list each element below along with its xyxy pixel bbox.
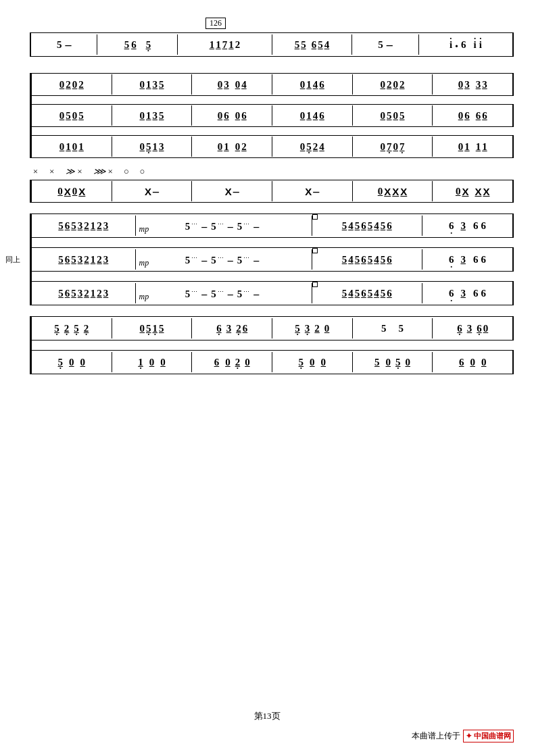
n: 0	[310, 357, 315, 368]
n: 5	[381, 220, 386, 232]
n: 3	[460, 220, 466, 232]
n: 3	[476, 79, 481, 91]
n: 5	[355, 220, 360, 232]
note: 5	[57, 39, 62, 51]
m-5-2-3: 6 0 2 0	[192, 352, 272, 372]
n: 0	[140, 79, 145, 91]
m-2-3-4: 0 5 2 4	[272, 136, 353, 157]
section-5: 5 2 5 2 0 5 1 5 6 3	[20, 316, 514, 374]
m-2-1-2: 0 1 3 5	[112, 74, 193, 95]
m-4-1-2: mp 5 ⋯ – 5 ⋯ – 5 ⋯ –	[136, 216, 312, 236]
n: 5	[355, 288, 360, 299]
n: 5	[399, 110, 405, 122]
percussion-hints: × × ≫× ⋙× ○ ○	[30, 166, 514, 177]
m-5-1-4: 5 3 2 0	[272, 318, 353, 338]
n: 6	[224, 110, 229, 122]
n: 3	[78, 220, 83, 232]
note: ·	[455, 39, 458, 54]
n: 5	[342, 220, 347, 232]
n: 5	[211, 288, 216, 300]
m-2-3-6: 0 1 1 1	[433, 136, 512, 157]
m-2-3-3: 0 1 0 2	[192, 136, 272, 157]
m-3-1-4: X –	[272, 181, 353, 201]
dash: –	[228, 255, 233, 267]
n: 0	[458, 110, 464, 122]
n: 5	[237, 288, 243, 300]
dash: –	[201, 288, 207, 301]
n: 2	[84, 323, 89, 334]
note: i	[450, 39, 452, 51]
n: X	[384, 186, 391, 197]
n: 1	[146, 79, 151, 91]
dash: –	[228, 221, 233, 233]
n: 5	[78, 110, 84, 122]
n: 2	[236, 323, 241, 334]
n: 2	[78, 79, 84, 91]
row-4-3: 5 6 5 3 2 1 2 3 mp 5 ⋯ – 5 ⋯ – 5	[32, 281, 514, 305]
m-5-2-1: 5 0 0	[32, 352, 112, 372]
section-2: 0 2 0 2 0 1 3 5 0 3 0 4	[20, 73, 514, 158]
n: 0	[140, 110, 145, 122]
n: 6	[65, 254, 70, 266]
n: 0	[458, 79, 464, 91]
n: 6	[319, 110, 324, 122]
n: 4	[313, 110, 318, 122]
dash: –	[201, 221, 207, 233]
n: 3	[460, 288, 466, 299]
n: 6	[65, 288, 70, 299]
n: 5	[399, 323, 404, 334]
n: 1	[464, 141, 470, 153]
n: X	[475, 186, 481, 197]
n: 5	[355, 254, 360, 266]
m-2-2-6: 0 6 6 6	[433, 105, 512, 126]
n: 0	[481, 357, 487, 368]
n: 6·	[449, 288, 454, 299]
n: 1	[138, 357, 143, 368]
n: 6·	[449, 254, 454, 266]
section-4: 同上 5 6 5 3 2 1 2 3 mp 5 ⋯ –	[20, 213, 514, 305]
n: 5	[368, 254, 373, 266]
m-2-2-2: 0 1 3 5	[112, 105, 193, 126]
n: 3	[224, 79, 229, 91]
n: 5	[237, 255, 243, 266]
n: 0	[72, 141, 78, 153]
n: 5	[71, 220, 76, 232]
n: 5	[374, 357, 380, 368]
n: 5	[381, 323, 387, 334]
n: 6·	[449, 220, 454, 232]
n: 6	[473, 254, 479, 266]
n: 0	[393, 79, 399, 91]
note: 6	[461, 39, 466, 51]
n: 5	[58, 254, 64, 266]
row-4-2: 5 6 5 3 2 1 2 3 mp 5 ⋯ – 5 ⋯ – 5	[32, 247, 514, 272]
n: 6	[476, 110, 481, 122]
n: 1	[306, 110, 312, 122]
n: 1	[91, 220, 96, 232]
n: 6	[387, 254, 392, 266]
m-2-3-1: 0 1 0 1	[32, 136, 112, 157]
n: 0	[324, 323, 330, 334]
m-5-2-6: 6 0 0	[433, 352, 512, 372]
note: i	[479, 39, 482, 51]
m-4-2-2: mp 5 ⋯ – 5 ⋯ – 5 ⋯ –	[136, 249, 312, 270]
m-4-2-4: 6· 3 6 6	[422, 249, 512, 270]
n: 6	[477, 323, 482, 334]
dash: –	[233, 184, 239, 199]
watermark: 本曲谱上传于 ✦ 中国曲谱网	[412, 730, 514, 742]
n: 6	[457, 323, 462, 334]
n: 2	[97, 220, 102, 232]
m-2-1-4: 0 1 4 6	[272, 74, 353, 95]
box-mark	[312, 214, 318, 220]
m-3-1-2: X –	[112, 181, 193, 201]
n: 0	[381, 141, 386, 153]
repeat-number: 126	[205, 18, 226, 29]
n: 0	[149, 357, 155, 368]
n: 0	[393, 141, 399, 153]
m-4-1-4: 6· 3 6 6	[422, 216, 512, 236]
m-3-1-3: X –	[192, 181, 272, 201]
m-2-1-6: 0 3 3 3	[433, 74, 512, 95]
n: 5	[295, 323, 300, 334]
n: 3	[159, 141, 164, 153]
n: 5	[381, 254, 386, 266]
n: 0	[72, 110, 78, 122]
